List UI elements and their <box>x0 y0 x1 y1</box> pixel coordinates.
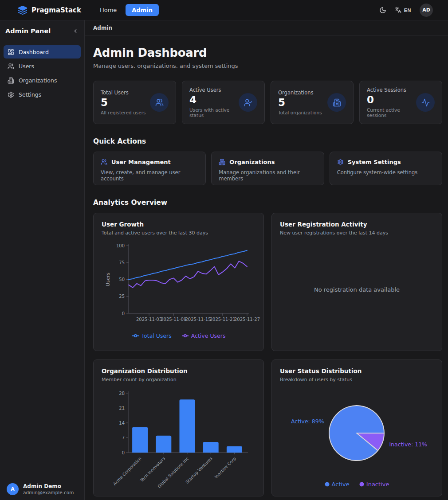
page-title: Admin Dashboard <box>93 46 442 59</box>
chart-subtitle: Member count by organization <box>102 377 255 383</box>
svg-text:Users: Users <box>105 273 111 286</box>
svg-text:2025-11-15: 2025-11-15 <box>185 317 211 322</box>
language-label: EN <box>404 8 411 13</box>
legend-item: Active <box>325 481 350 488</box>
quick-action-description: Manage organizations and their members <box>219 169 316 182</box>
svg-text:14: 14 <box>119 421 125 426</box>
user-status-card: User Status Distribution Breakdown of us… <box>271 359 442 496</box>
org-distribution-card: Organization Distribution Member count b… <box>93 359 264 496</box>
sidebar-item-dashboard[interactable]: Dashboard <box>4 45 81 59</box>
stat-card-organizations: Organizations 5 Total organizations <box>271 81 354 124</box>
stat-description: Total organizations <box>278 110 322 115</box>
building-icon <box>327 93 346 112</box>
building-icon <box>8 77 14 84</box>
sidebar-item-label: Organizations <box>19 77 57 84</box>
legend-item: Total Users <box>132 332 172 339</box>
sidebar-user-menu[interactable]: A Admin Demo admin@example.com <box>0 478 84 500</box>
stat-card-total-users: Total Users 5 All registered users <box>93 81 176 124</box>
stat-value: 5 <box>101 98 145 108</box>
building-icon <box>219 159 225 165</box>
top-navbar: PragmaStack Home Admin EN AD <box>0 0 448 20</box>
layers-icon <box>18 5 28 15</box>
main-content: Admin Admin Dashboard Manage users, orga… <box>85 0 448 500</box>
sidebar-item-users[interactable]: Users <box>4 59 81 73</box>
stat-value: 4 <box>189 95 239 105</box>
nav-link-home[interactable]: Home <box>96 4 120 16</box>
sidebar-item-organizations[interactable]: Organizations <box>4 74 81 87</box>
admin-sidebar: Admin Panel Dashboard Users <box>0 20 85 500</box>
brand-logo[interactable]: PragmaStack <box>18 5 81 15</box>
sidebar-user-email: admin@example.com <box>23 490 74 495</box>
users-icon <box>8 63 14 70</box>
quick-actions-row: User Management View, create, and manage… <box>93 152 442 185</box>
moon-icon <box>379 7 386 14</box>
stat-card-active-users: Active Users 4 Users with active status <box>182 81 265 124</box>
quick-action-description: View, create, and manage user accounts <box>101 169 198 182</box>
svg-text:50: 50 <box>119 277 125 282</box>
analytics-heading: Analytics Overview <box>93 199 442 207</box>
gear-icon <box>337 159 344 165</box>
quick-action-description: Configure system-wide settings <box>337 169 435 176</box>
user-growth-legend: Total UsersActive Users <box>102 332 255 339</box>
quick-action-system-settings[interactable]: System Settings Configure system-wide se… <box>330 152 442 185</box>
user-check-icon <box>239 93 257 112</box>
main-nav: Home Admin <box>96 4 159 16</box>
svg-text:28: 28 <box>119 391 125 396</box>
sidebar-item-settings[interactable]: Settings <box>4 88 81 101</box>
svg-text:Startup Ventures: Startup Ventures <box>185 456 213 484</box>
org-distribution-bar-chart: 07142128Acme CorporationTech InnovatorsG… <box>102 387 255 490</box>
brand-name: PragmaStack <box>31 6 81 14</box>
svg-text:2025-11-21: 2025-11-21 <box>210 317 236 322</box>
stat-value: 0 <box>367 95 416 105</box>
languages-icon <box>395 7 401 13</box>
user-status-legend: ActiveInactive <box>280 481 434 488</box>
layout-dashboard-icon <box>8 49 14 55</box>
sidebar-user-name: Admin Demo <box>23 483 74 489</box>
empty-state-message: No registration data available <box>280 236 434 343</box>
svg-text:100: 100 <box>116 243 125 248</box>
page-subtitle: Manage users, organizations, and system … <box>93 62 442 69</box>
users-icon <box>101 159 107 165</box>
stat-label: Active Sessions <box>367 87 416 93</box>
language-switcher[interactable]: EN <box>395 7 411 13</box>
chart-title: Organization Distribution <box>102 367 255 375</box>
analytics-grid: User Growth Total and active users over … <box>93 213 442 500</box>
sidebar-item-label: Users <box>19 63 34 70</box>
svg-text:Tech Innovators: Tech Innovators <box>139 456 166 483</box>
nav-link-admin[interactable]: Admin <box>126 4 159 16</box>
quick-action-title: System Settings <box>348 159 401 165</box>
users-icon <box>150 93 169 112</box>
legend-item: Inactive <box>359 481 389 488</box>
stat-label: Organizations <box>278 90 322 96</box>
user-avatar[interactable]: AD <box>420 4 433 17</box>
user-status-pie-chart: Inactive: 11%Active: 89% <box>280 387 433 479</box>
sidebar-user-avatar: A <box>7 483 19 495</box>
legend-item: Active Users <box>181 332 226 339</box>
svg-text:Acme Corporation: Acme Corporation <box>112 456 142 486</box>
chart-subtitle: Total and active users over the last 30 … <box>102 230 255 236</box>
stat-description: Current active sessions <box>367 107 416 118</box>
stat-description: Users with active status <box>189 107 239 118</box>
chevron-left-icon <box>72 28 79 34</box>
svg-text:Inactive: 11%: Inactive: 11% <box>389 441 427 448</box>
stats-row: Total Users 5 All registered users Activ… <box>93 81 442 124</box>
stat-description: All registered users <box>101 110 145 115</box>
svg-text:2025-11-09: 2025-11-09 <box>161 317 186 322</box>
svg-text:0: 0 <box>122 450 125 455</box>
theme-toggle-button[interactable] <box>379 7 386 14</box>
user-growth-card: User Growth Total and active users over … <box>93 213 264 351</box>
sidebar-collapse-button[interactable] <box>72 28 79 34</box>
chart-subtitle: New user registrations over the last 14 … <box>280 230 434 236</box>
quick-action-organizations[interactable]: Organizations Manage organizations and t… <box>211 152 324 185</box>
gear-icon <box>8 91 14 98</box>
svg-text:75: 75 <box>119 260 125 265</box>
svg-text:Active: 89%: Active: 89% <box>291 418 324 425</box>
chart-subtitle: Breakdown of users by status <box>280 377 434 383</box>
quick-actions-heading: Quick Actions <box>93 137 442 145</box>
svg-text:2025-11-27: 2025-11-27 <box>234 317 260 322</box>
chart-title: User Growth <box>102 221 255 228</box>
sidebar-item-label: Dashboard <box>19 49 49 55</box>
quick-action-user-management[interactable]: User Management View, create, and manage… <box>93 152 206 185</box>
user-growth-line-chart: 02550751002025-11-032025-11-092025-11-15… <box>102 240 255 329</box>
breadcrumb[interactable]: Admin <box>93 25 112 31</box>
